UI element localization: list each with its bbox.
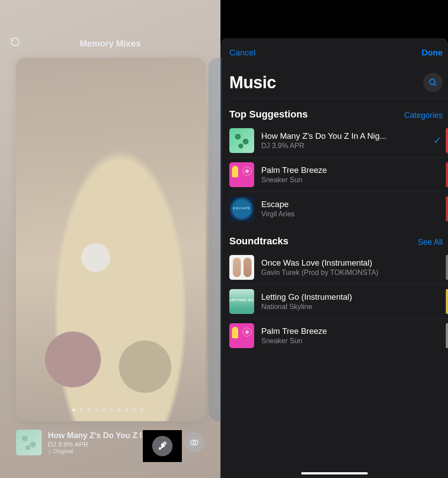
track-artist: Gavin Turek (Prod by TOKiMONSTA) (261, 269, 443, 277)
home-indicator[interactable] (301, 472, 368, 474)
section-title-top: Top Suggestions (229, 109, 308, 120)
categories-link[interactable]: Categories (404, 111, 443, 120)
track-artist: DJ 3.9% APR (261, 142, 425, 150)
filters-button[interactable] (184, 432, 204, 453)
album-art (229, 162, 254, 187)
track-row[interactable]: Escape Virgil Aries (229, 192, 448, 226)
checkmark-icon: ✓ (432, 135, 443, 146)
music-plus-icon (164, 438, 173, 447)
top-suggestions-list: How Many Z's Do You Z In A Nig... DJ 3.9… (220, 124, 448, 226)
page-dots (16, 408, 206, 411)
search-button[interactable] (423, 73, 443, 92)
memory-mixes-screen: Memory Mixes How Many Z's Do You Z In...… (0, 0, 220, 478)
track-title: Palm Tree Breeze (261, 326, 443, 336)
album-art (229, 255, 254, 280)
svg-line-5 (434, 84, 436, 86)
track-row[interactable]: How Many Z's Do You Z In A Nig... DJ 3.9… (229, 124, 448, 158)
now-playing-art (16, 430, 42, 455)
track-title: Once Was Love (Instrumental) (261, 258, 443, 268)
now-playing-source: Original (48, 448, 152, 454)
sheet-title: Music (229, 73, 276, 92)
soundtracks-list: Once Was Love (Instrumental) Gavin Turek… (220, 251, 448, 353)
now-playing-bar[interactable]: How Many Z's Do You Z In... DJ 3.9% APR … (16, 429, 204, 456)
cancel-button[interactable]: Cancel (229, 48, 255, 58)
album-art (229, 289, 254, 314)
album-art (229, 323, 254, 348)
track-row[interactable]: Letting Go (Instrumental) National Skyli… (229, 285, 448, 319)
filters-icon (189, 438, 199, 447)
track-artist: Sneaker Sun (261, 176, 425, 184)
section-title-soundtracks: Soundtracks (229, 235, 288, 247)
memory-card[interactable] (16, 58, 206, 421)
track-artist: Virgil Aries (261, 210, 425, 218)
track-title: Palm Tree Breeze (261, 165, 425, 175)
music-picker-screen: Cancel Done Music Top Suggestions Catego… (220, 0, 448, 478)
track-title: Letting Go (Instrumental) (261, 292, 443, 302)
album-art (229, 196, 254, 221)
album-art (229, 128, 254, 153)
track-row[interactable]: Once Was Love (Instrumental) Gavin Turek… (229, 251, 448, 285)
done-button[interactable]: Done (422, 48, 443, 58)
svg-point-4 (430, 79, 435, 85)
now-playing-title: How Many Z's Do You Z In... (48, 431, 152, 440)
track-row[interactable]: Palm Tree Breeze Sneaker Sun (229, 158, 448, 192)
now-playing-artist: DJ 3.9% APR (48, 440, 152, 448)
music-sheet: Cancel Done Music Top Suggestions Catego… (220, 38, 448, 478)
memory-photo (16, 58, 206, 421)
see-all-link[interactable]: See All (418, 238, 443, 247)
screen-title: Memory Mixes (80, 39, 141, 49)
track-artist: National Skyline (261, 303, 443, 311)
track-title: Escape (261, 200, 425, 209)
track-artist: Sneaker Sun (261, 337, 443, 345)
music-add-button[interactable] (158, 432, 179, 453)
track-title: How Many Z's Do You Z In A Nig... (261, 131, 425, 141)
next-memory-peek[interactable] (208, 58, 222, 421)
search-icon (428, 78, 438, 87)
track-row[interactable]: Palm Tree Breeze Sneaker Sun (229, 319, 448, 353)
